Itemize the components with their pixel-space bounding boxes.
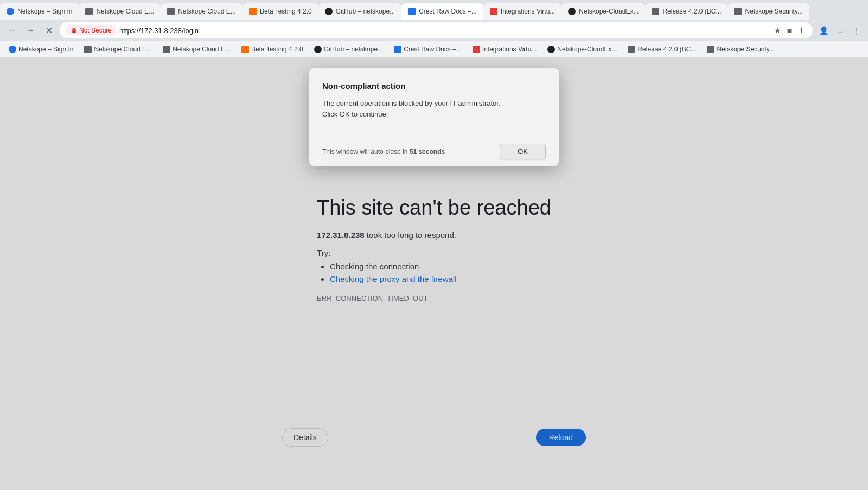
tab-release[interactable]: Release 4.2.0 (BC... <box>645 3 727 20</box>
star-icon[interactable]: ★ <box>773 25 782 35</box>
bookmark-label: Netskope-CloudEx... <box>557 46 617 53</box>
reload-button[interactable]: ✕ <box>41 23 56 38</box>
modal-auto-close: This window will auto-close in 51 second… <box>322 148 445 156</box>
bookmark-cloud-e2[interactable]: Netskope Cloud E... <box>158 43 235 56</box>
tab-favicon <box>249 8 257 15</box>
bookmark-github[interactable]: GitHub – netskope... <box>310 43 387 56</box>
tab-netskope-cloud-e3[interactable]: Netskope Cloud E... <box>161 3 242 20</box>
bookmark-security[interactable]: Netskope Security... <box>703 43 779 56</box>
bookmark-cloudex[interactable]: Netskope-CloudEx... <box>543 43 621 56</box>
address-bar[interactable]: Not Secure https://172.31.8.238/login ★ … <box>60 22 813 38</box>
modal-overlay: Non-compliant action The current operati… <box>0 57 868 490</box>
toolbar-right: 👤 ◽ ⋮ <box>816 23 864 38</box>
bookmark-favicon <box>163 46 170 53</box>
tab-label: Netskope – Sign In <box>17 8 72 15</box>
tab-netskope-signin[interactable]: Netskope – Sign In <box>0 3 79 20</box>
tab-label: Beta Testing 4.2.0 <box>260 8 312 15</box>
bookmark-label: Release 4.2.0 (BC... <box>637 46 696 53</box>
forward-button[interactable]: → <box>23 23 38 38</box>
auto-close-prefix: This window will auto-close in <box>322 148 410 156</box>
tab-crest-raw-docs[interactable]: Crest Raw Docs –... <box>401 3 483 20</box>
bookmark-label: Netskope – Sign In <box>18 46 73 53</box>
bookmark-beta[interactable]: Beta Testing 4.2.0 <box>237 43 308 56</box>
bookmark-favicon <box>9 46 16 53</box>
bookmark-favicon <box>628 46 635 53</box>
bookmark-label: GitHub – netskope... <box>324 46 383 53</box>
back-button[interactable]: ← <box>4 23 20 38</box>
bookmark-favicon <box>547 46 555 53</box>
bookmark-label: Netskope Cloud E... <box>173 46 231 53</box>
profile-button[interactable]: 👤 <box>816 23 831 38</box>
bookmark-label: Integrations Virtu... <box>482 46 537 53</box>
modal-ok-button[interactable]: OK <box>500 144 546 159</box>
tab-beta-testing[interactable]: Beta Testing 4.2.0 <box>242 3 318 20</box>
modal-title: Non-compliant action <box>322 81 546 91</box>
tab-favicon <box>652 8 659 15</box>
tab-label: Integrations Virtu... <box>501 8 556 15</box>
modal-message-line2: Click OK to continue. <box>322 109 546 120</box>
page-content: This site can't be reached 172.31.8.238 … <box>0 57 868 490</box>
bookmarks-bar: Netskope – Sign In Netskope Cloud E... N… <box>0 41 868 57</box>
tab-favicon <box>85 8 93 15</box>
more-menu-button[interactable]: ⋮ <box>848 23 864 38</box>
bookmark-label: Netskope Security... <box>717 46 775 53</box>
modal-body: Non-compliant action The current operati… <box>309 68 559 128</box>
tab-favicon <box>568 8 576 15</box>
tab-label: GitHub – netskope... <box>336 8 395 15</box>
tab-favicon <box>325 8 333 15</box>
tab-label: Netskope Cloud E... <box>178 8 236 15</box>
bookmark-crest-raw-docs[interactable]: Crest Raw Docs –... <box>390 43 466 56</box>
bookmark-cloud-e1[interactable]: Netskope Cloud E... <box>80 43 156 56</box>
bookmark-release[interactable]: Release 4.2.0 (BC... <box>623 43 700 56</box>
bookmark-favicon <box>241 46 249 53</box>
tab-favicon <box>408 8 416 15</box>
tab-bar: Netskope – Sign In Netskope Cloud E... N… <box>0 0 868 20</box>
bookmark-label: Beta Testing 4.2.0 <box>251 46 303 53</box>
tab-label: Crest Raw Docs –... <box>419 8 477 15</box>
modal-text: The current operation is blocked by your… <box>322 98 546 119</box>
tab-favicon <box>734 8 742 15</box>
not-secure-indicator[interactable]: Not Secure <box>66 25 116 35</box>
bookmark-favicon <box>707 46 714 53</box>
bookmark-favicon <box>314 46 322 53</box>
tab-favicon <box>7 8 14 15</box>
tab-label: Netskope Cloud E... <box>96 8 154 15</box>
address-bar-row: ← → ✕ Not Secure https://172.31.8.238/lo… <box>0 20 868 41</box>
tab-label: Netskope Security... <box>745 8 803 15</box>
auto-close-seconds: 51 seconds <box>410 148 445 156</box>
bookmark-integrations[interactable]: Integrations Virtu... <box>468 43 541 56</box>
bookmark-favicon <box>84 46 92 53</box>
extensions-button[interactable]: ◽ <box>832 23 847 38</box>
browser-chrome: Netskope – Sign In Netskope Cloud E... N… <box>0 0 868 57</box>
tab-github[interactable]: GitHub – netskope... <box>318 3 401 20</box>
bookmark-favicon <box>394 46 401 53</box>
bookmark-label: Crest Raw Docs –... <box>404 46 462 53</box>
not-secure-label: Not Secure <box>79 27 112 34</box>
tab-netskope-cloud-e2[interactable]: Netskope Cloud E... <box>79 3 161 20</box>
info-icon[interactable]: ℹ <box>796 25 806 35</box>
bookmark-favicon <box>473 46 480 53</box>
modal-dialog: Non-compliant action The current operati… <box>309 68 559 166</box>
not-secure-icon <box>71 27 78 34</box>
tab-favicon <box>167 8 175 15</box>
tab-label: Release 4.2.0 (BC... <box>662 8 721 15</box>
url-display: https://172.31.8.238/login <box>119 27 769 35</box>
tab-label: Netskope-CloudEx... <box>579 8 639 15</box>
address-right-icons: ★ ■ ℹ <box>773 25 806 35</box>
bookmark-netskope-signin[interactable]: Netskope – Sign In <box>4 43 78 56</box>
extension-icon[interactable]: ■ <box>784 25 794 35</box>
tab-netskope-security[interactable]: Netskope Security... <box>727 3 809 20</box>
bookmark-label: Netskope Cloud E... <box>94 46 152 53</box>
tab-cloudex[interactable]: Netskope-CloudEx... <box>561 3 645 20</box>
tab-integrations[interactable]: Integrations Virtu... <box>483 3 562 20</box>
modal-message-line1: The current operation is blocked by your… <box>322 98 546 109</box>
modal-footer: This window will auto-close in 51 second… <box>309 137 559 166</box>
tab-favicon <box>490 8 497 15</box>
